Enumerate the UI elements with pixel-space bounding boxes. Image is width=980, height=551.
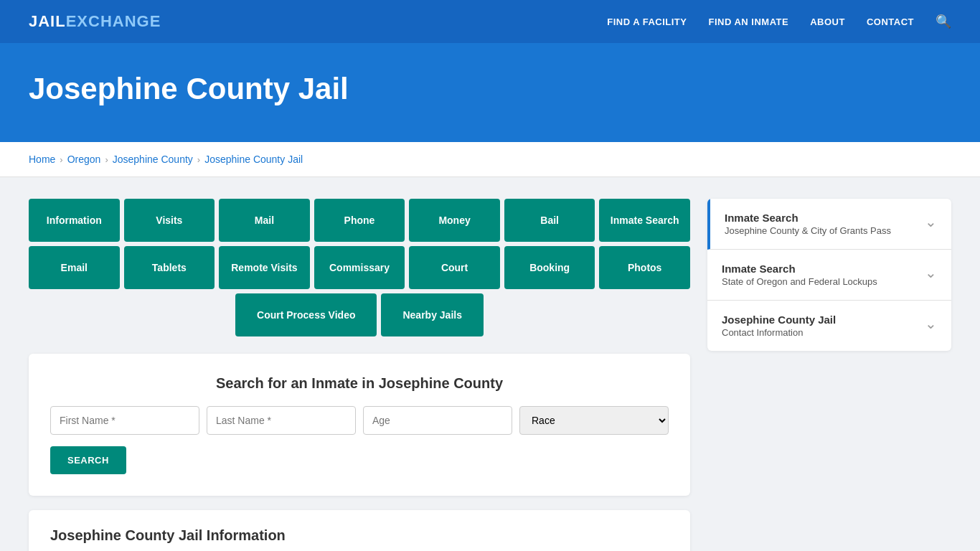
sidebar-item-0-text: Inmate Search Josephine County & City of… <box>725 212 918 236</box>
sidebar-item-2-text: Josephine County Jail Contact Informatio… <box>722 314 918 338</box>
sidebar-item-0[interactable]: Inmate Search Josephine County & City of… <box>707 199 951 250</box>
main-content: Information Visits Mail Phone Money Bail… <box>0 177 980 551</box>
chevron-down-icon-2: ⌄ <box>925 315 937 332</box>
first-name-input[interactable] <box>50 406 199 435</box>
btn-email[interactable]: Email <box>29 246 120 289</box>
hero-section: Josephine County Jail <box>0 43 980 142</box>
btn-nearby-jails[interactable]: Nearby Jails <box>381 293 484 336</box>
btn-booking[interactable]: Booking <box>504 246 595 289</box>
logo-exchange: EXCHANGE <box>66 12 161 30</box>
nav-button-row-2: Email Tablets Remote Visits Commissary C… <box>29 246 690 289</box>
btn-inmate-search[interactable]: Inmate Search <box>599 199 690 242</box>
sidebar-item-1-title: Inmate Search <box>722 263 918 275</box>
search-button[interactable]: SEARCH <box>50 446 126 474</box>
btn-information[interactable]: Information <box>29 199 120 242</box>
logo-jail: JAIL <box>29 12 66 30</box>
inmate-search-box: Search for an Inmate in Josephine County… <box>29 354 690 496</box>
sidebar-item-2-title: Josephine County Jail <box>722 314 918 326</box>
nav-about[interactable]: ABOUT <box>810 17 845 27</box>
nav-find-inmate[interactable]: FIND AN INMATE <box>708 17 788 27</box>
btn-bail[interactable]: Bail <box>504 199 595 242</box>
jail-info-heading: Josephine County Jail Information <box>50 527 669 544</box>
right-sidebar: Inmate Search Josephine County & City of… <box>707 199 951 351</box>
race-select[interactable]: Race White Black Hispanic Asian Native A… <box>519 406 669 435</box>
sidebar-item-0-subtitle: Josephine County & City of Grants Pass <box>725 225 918 236</box>
btn-commissary[interactable]: Commissary <box>314 246 405 289</box>
btn-tablets[interactable]: Tablets <box>124 246 215 289</box>
btn-visits[interactable]: Visits <box>124 199 215 242</box>
sidebar-item-1[interactable]: Inmate Search State of Oregon and Federa… <box>707 250 951 301</box>
breadcrumb-oregon[interactable]: Oregon <box>67 154 101 165</box>
left-column: Information Visits Mail Phone Money Bail… <box>29 199 690 551</box>
breadcrumb-sep-2: › <box>105 154 108 165</box>
btn-remote-visits[interactable]: Remote Visits <box>219 246 310 289</box>
breadcrumb-sep-3: › <box>197 154 200 165</box>
site-logo[interactable]: JAILEXCHANGE <box>29 12 161 31</box>
btn-phone[interactable]: Phone <box>314 199 405 242</box>
nav-button-row-1: Information Visits Mail Phone Money Bail… <box>29 199 690 242</box>
search-fields: Race White Black Hispanic Asian Native A… <box>50 406 669 435</box>
btn-photos[interactable]: Photos <box>599 246 690 289</box>
breadcrumb: Home › Oregon › Josephine County › Josep… <box>29 154 951 165</box>
search-icon[interactable]: 🔍 <box>936 14 951 29</box>
chevron-down-icon-1: ⌄ <box>925 264 937 281</box>
sidebar-item-2[interactable]: Josephine County Jail Contact Informatio… <box>707 301 951 351</box>
breadcrumb-sep-1: › <box>60 154 62 165</box>
breadcrumb-home[interactable]: Home <box>29 154 55 165</box>
sidebar-item-1-subtitle: State of Oregon and Federal Lockups <box>722 276 918 287</box>
sidebar-item-1-text: Inmate Search State of Oregon and Federa… <box>722 263 918 287</box>
search-heading: Search for an Inmate in Josephine County <box>50 375 669 392</box>
nav-contact[interactable]: CONTACT <box>867 17 914 27</box>
nav-find-facility[interactable]: FIND A FACILITY <box>607 17 687 27</box>
last-name-input[interactable] <box>207 406 356 435</box>
breadcrumb-bar: Home › Oregon › Josephine County › Josep… <box>0 142 980 177</box>
sidebar-card: Inmate Search Josephine County & City of… <box>707 199 951 351</box>
main-nav: FIND A FACILITY FIND AN INMATE ABOUT CON… <box>607 14 951 29</box>
btn-money[interactable]: Money <box>409 199 500 242</box>
jail-info-section: Josephine County Jail Information <box>29 510 690 551</box>
btn-mail[interactable]: Mail <box>219 199 310 242</box>
breadcrumb-jail[interactable]: Josephine County Jail <box>204 154 303 165</box>
btn-court-process-video[interactable]: Court Process Video <box>235 293 377 336</box>
sidebar-item-0-title: Inmate Search <box>725 212 918 224</box>
breadcrumb-josephine-county[interactable]: Josephine County <box>113 154 193 165</box>
btn-court[interactable]: Court <box>409 246 500 289</box>
age-input[interactable] <box>363 406 512 435</box>
page-title: Josephine County Jail <box>29 72 951 106</box>
chevron-down-icon-0: ⌄ <box>925 213 937 230</box>
sidebar-item-2-subtitle: Contact Information <box>722 327 918 338</box>
nav-button-row-3: Court Process Video Nearby Jails <box>29 293 690 336</box>
site-header: JAILEXCHANGE FIND A FACILITY FIND AN INM… <box>0 0 980 43</box>
